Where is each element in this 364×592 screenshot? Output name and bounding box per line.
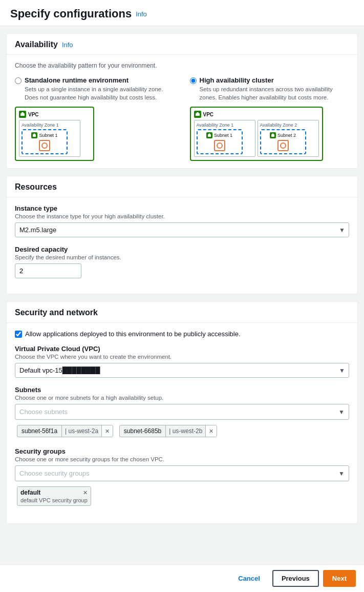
standalone-radio[interactable] [15,77,22,84]
ha-diagram: VPC Availability Zone 1 [190,107,323,161]
standalone-vpc-label: VPC [19,111,90,118]
ha-vpc-icon [194,111,201,118]
security-groups-placeholder: Choose security groups [15,466,349,481]
instance-type-hint: Choose the instance type for your high a… [15,213,349,219]
vpc-label: Virtual Private Cloud (VPC) [15,345,349,353]
svg-rect-3 [34,134,35,135]
security-network-title: Security and network [15,308,98,317]
security-groups-field: Security groups Choose one or more secur… [15,447,349,508]
instance-type-select-wrapper: M2.m5.large M2.m5.xlarge M2.m5.2xlarge ▼ [15,222,349,237]
vpc-select[interactable]: Default vpc-15████████ [15,363,349,378]
security-group-chip-1-remove[interactable]: ✕ [83,489,88,496]
vpc-hint: Choose the VPC where you want to create … [15,354,349,360]
availability-header: Availability Info [7,34,357,55]
subnet-chip-2: subnet-6685b | us-west-2b ✕ [119,425,218,437]
desired-capacity-hint: Specify the desired number of instances. [15,254,349,260]
subnet-icon [31,132,37,138]
radio-options: Standalone runtime environment Sets up a… [15,76,349,161]
standalone-title: Standalone runtime environment [25,76,175,84]
ha-subnet1-icon [206,132,212,138]
ha-label[interactable]: High availability cluster Sets up redund… [190,76,350,101]
ha-subnet2-icon [270,132,276,138]
public-access-checkbox[interactable] [15,331,22,338]
subnets-label: Subnets [15,386,349,394]
ha-instance1-icon [214,140,225,151]
ha-subnet2-label: Subnet 2 [270,132,296,138]
subnets-placeholder: Choose subnets [15,404,349,419]
public-access-row[interactable]: Allow applications deployed to this envi… [15,330,349,338]
standalone-option[interactable]: Standalone runtime environment Sets up a… [15,76,175,161]
ha-vpc-label: VPC [194,111,319,118]
ha-subnet1-box: Subnet 1 [197,129,243,154]
cancel-button[interactable]: Cancel [230,571,268,586]
ha-option[interactable]: High availability cluster Sets up redund… [190,76,350,161]
security-network-section: Security and network Allow applications … [6,301,358,524]
availability-description: Choose the availability pattern for your… [15,62,349,69]
security-group-chip-1: default ✕ default VPC security group [17,486,91,506]
ha-subnet2-box: Subnet 2 [260,129,306,154]
svg-rect-5 [197,112,199,114]
page-title: Specify configurations [10,7,132,21]
standalone-az-label: Availability Zone 1 [22,123,78,128]
subnets-field: Subnets Choose one or more subnets for a… [15,386,349,439]
standalone-subnet-box: Subnet 1 [22,129,68,154]
subnet-chip-1-remove[interactable]: ✕ [102,425,113,437]
security-group-chips: default ✕ default VPC security group [15,484,349,508]
desired-capacity-field: Desired capacity Specify the desired num… [15,246,349,278]
instance-type-field: Instance type Choose the instance type f… [15,205,349,237]
subnet-chip-2-remove[interactable]: ✕ [206,425,217,437]
subnet-tags-container: subnet-56f1a | us-west-2a ✕ subnet-6685b… [15,423,349,439]
vpc-field: Virtual Private Cloud (VPC) Choose the V… [15,345,349,378]
subnet-chip-2-id: subnet-6685b [120,425,166,437]
ha-radio[interactable] [190,77,197,84]
ha-az1-label: Availability Zone 1 [197,123,253,128]
standalone-desc: Sets up a single instance in a single av… [25,85,175,101]
page-info-link[interactable]: Info [136,10,147,18]
standalone-label[interactable]: Standalone runtime environment Sets up a… [15,76,175,101]
subnet-chip-1: subnet-56f1a | us-west-2a ✕ [17,425,113,437]
ha-desc: Sets up redundant instances across two a… [200,85,350,101]
subnet-chip-1-az: | us-west-2a [62,425,102,437]
subnet-chip-1-id: subnet-56f1a [17,425,62,437]
subnets-hint: Choose one or more subnets for a high av… [15,395,349,401]
next-button[interactable]: Next [323,570,356,587]
ha-diagram-inner: Availability Zone 1 Subnet 1 [194,120,319,157]
instance-type-select[interactable]: M2.m5.large M2.m5.xlarge M2.m5.2xlarge [15,222,349,237]
public-access-label: Allow applications deployed to this envi… [25,330,241,338]
ha-az2-label: Availability Zone 2 [260,123,316,128]
standalone-subnet-label: Subnet 1 [31,132,57,138]
security-groups-label: Security groups [15,447,349,455]
security-group-chip-1-desc: default VPC security group [17,497,91,505]
availability-section: Availability Info Choose the availabilit… [6,33,358,169]
standalone-diagram: VPC Availability Zone 1 Subnet 1 [15,107,94,161]
previous-button[interactable]: Previous [272,570,319,587]
security-groups-hint: Choose one or more security groups for t… [15,456,349,462]
instance-type-label: Instance type [15,205,349,212]
standalone-az-box: Availability Zone 1 Subnet 1 [19,120,80,157]
subnets-input-row[interactable]: Choose subnets ▼ [15,404,349,420]
availability-title: Availability [15,40,58,49]
ha-az1-box: Availability Zone 1 Subnet 1 [194,120,255,157]
desired-capacity-input[interactable] [15,263,81,278]
svg-rect-9 [272,134,273,135]
vpc-select-wrapper: Default vpc-15████████ ▼ [15,363,349,378]
availability-info-link[interactable]: Info [62,41,73,49]
ha-subnet1-label: Subnet 1 [206,132,232,138]
security-groups-input-row[interactable]: Choose security groups ▼ [15,465,349,481]
ha-az2-box: Availability Zone 2 Subnet 2 [258,120,319,157]
standalone-instance-icon [39,140,50,151]
security-network-header: Security and network [7,302,357,323]
page-header: Specify configurations Info [0,0,364,26]
subnet-chip-2-az: | us-west-2b [166,425,206,437]
resources-header: Resources [7,176,357,197]
ha-title: High availability cluster [200,76,350,84]
svg-rect-7 [208,134,210,135]
desired-capacity-label: Desired capacity [15,246,349,253]
bottom-bar: Cancel Previous Next [0,564,364,592]
vpc-icon [19,111,26,118]
security-group-chip-1-name: default [20,489,40,496]
resources-section: Resources Instance type Choose the insta… [6,176,358,294]
svg-rect-1 [22,112,24,114]
security-group-chip-1-header: default ✕ [17,487,91,497]
resources-title: Resources [15,182,57,192]
